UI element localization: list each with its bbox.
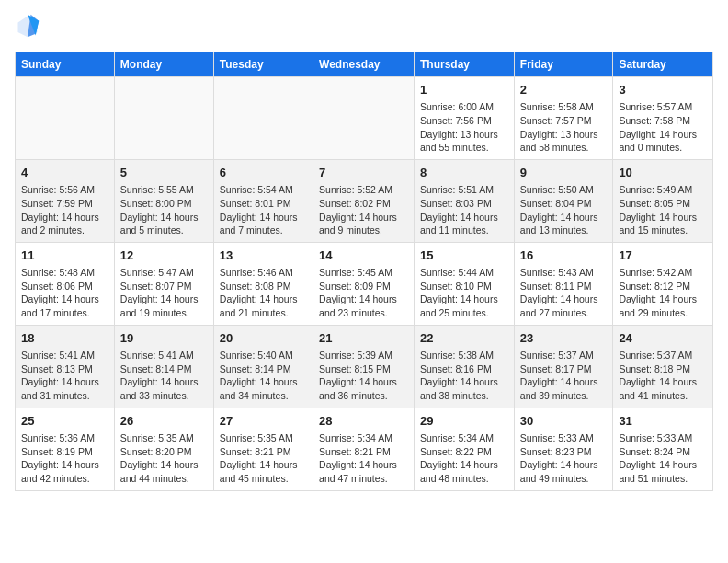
day-info-line: Sunrise: 5:55 AM: [120, 183, 208, 197]
day-info-line: Sunrise: 5:35 AM: [120, 431, 208, 445]
day-info-line: Sunset: 7:57 PM: [520, 114, 608, 128]
day-number: 30: [520, 413, 608, 430]
calendar-day-cell: 20Sunrise: 5:40 AMSunset: 8:14 PMDayligh…: [213, 325, 313, 408]
day-info-line: Sunset: 8:18 PM: [619, 362, 707, 376]
calendar-day-cell: 21Sunrise: 5:39 AMSunset: 8:15 PMDayligh…: [313, 325, 415, 408]
day-info-line: Sunset: 7:56 PM: [420, 114, 508, 128]
day-info-line: Daylight: 14 hours: [420, 211, 508, 224]
day-number: 28: [319, 413, 408, 430]
calendar-table: Sunday Monday Tuesday Wednesday Thursday…: [15, 52, 713, 491]
day-info-line: Sunset: 8:20 PM: [120, 445, 208, 459]
day-info-line: Daylight: 13 hours: [520, 128, 608, 142]
day-info-line: Sunset: 7:58 PM: [619, 114, 707, 128]
calendar-week-row: 1Sunrise: 6:00 AMSunset: 7:56 PMDaylight…: [16, 77, 713, 160]
calendar-day-cell: 24Sunrise: 5:37 AMSunset: 8:18 PMDayligh…: [613, 325, 713, 408]
day-info-line: Sunset: 8:00 PM: [120, 197, 208, 211]
day-info-line: Sunrise: 5:40 AM: [220, 349, 307, 362]
col-thursday: Thursday: [415, 52, 515, 77]
day-info-line: Sunrise: 5:46 AM: [220, 266, 307, 280]
day-info-line: Daylight: 14 hours: [21, 293, 108, 306]
day-info-line: Sunrise: 5:33 AM: [619, 431, 707, 445]
calendar-day-cell: 6Sunrise: 5:54 AMSunset: 8:01 PMDaylight…: [213, 159, 313, 242]
col-sunday: Sunday: [16, 52, 115, 77]
day-info-line: Sunset: 8:10 PM: [420, 280, 508, 293]
day-number: 25: [21, 413, 108, 430]
day-info-line: and 44 minutes.: [120, 472, 208, 486]
day-info-line: Sunrise: 5:52 AM: [319, 183, 408, 197]
col-tuesday: Tuesday: [213, 52, 313, 77]
day-info-line: Sunset: 8:13 PM: [21, 362, 108, 376]
day-number: 14: [319, 247, 408, 264]
calendar-day-cell: 5Sunrise: 5:55 AMSunset: 8:00 PMDaylight…: [114, 159, 213, 242]
day-info-line: Daylight: 14 hours: [120, 375, 208, 389]
day-info-line: and 29 minutes.: [619, 306, 707, 320]
calendar-day-cell: 8Sunrise: 5:51 AMSunset: 8:03 PMDaylight…: [415, 159, 515, 242]
day-info-line: Sunrise: 5:57 AM: [619, 100, 707, 114]
day-info-line: Sunset: 8:14 PM: [120, 362, 208, 376]
day-number: 20: [220, 330, 307, 347]
col-wednesday: Wednesday: [313, 52, 415, 77]
day-info-line: Sunrise: 5:58 AM: [520, 100, 608, 114]
calendar-day-cell: 7Sunrise: 5:52 AMSunset: 8:02 PMDaylight…: [313, 159, 415, 242]
calendar-day-cell: 19Sunrise: 5:41 AMSunset: 8:14 PMDayligh…: [114, 325, 213, 408]
day-number: 6: [220, 165, 307, 181]
day-info-line: Daylight: 14 hours: [220, 458, 307, 472]
calendar-day-cell: 3Sunrise: 5:57 AMSunset: 7:58 PMDaylight…: [613, 77, 713, 160]
day-info-line: Daylight: 14 hours: [619, 375, 707, 389]
day-info-line: Sunset: 8:14 PM: [220, 362, 307, 376]
day-info-line: and 47 minutes.: [319, 472, 408, 486]
day-number: 29: [420, 413, 508, 430]
day-info-line: Sunset: 8:17 PM: [520, 362, 608, 376]
day-info-line: Sunrise: 5:41 AM: [120, 349, 208, 362]
calendar-day-cell: 17Sunrise: 5:42 AMSunset: 8:12 PMDayligh…: [613, 242, 713, 325]
day-info-line: and 34 minutes.: [220, 389, 307, 403]
day-info-line: and 33 minutes.: [120, 389, 208, 403]
calendar-day-cell: 31Sunrise: 5:33 AMSunset: 8:24 PMDayligh…: [613, 408, 713, 490]
day-info-line: and 49 minutes.: [520, 472, 608, 486]
calendar-day-cell: [16, 77, 115, 160]
day-number: 31: [619, 413, 707, 430]
calendar-day-cell: 9Sunrise: 5:50 AMSunset: 8:04 PMDaylight…: [514, 159, 613, 242]
day-info-line: Daylight: 14 hours: [319, 293, 408, 306]
day-number: 23: [520, 330, 608, 347]
day-info-line: Daylight: 14 hours: [220, 375, 307, 389]
day-info-line: Sunrise: 5:34 AM: [420, 431, 508, 445]
day-info-line: Sunset: 8:22 PM: [420, 445, 508, 459]
calendar-day-cell: 30Sunrise: 5:33 AMSunset: 8:23 PMDayligh…: [514, 408, 613, 490]
day-info-line: Daylight: 14 hours: [619, 458, 707, 472]
day-number: 22: [420, 330, 508, 347]
day-info-line: Sunrise: 5:34 AM: [319, 431, 408, 445]
day-info-line: Daylight: 14 hours: [220, 293, 307, 306]
calendar-day-cell: 1Sunrise: 6:00 AMSunset: 7:56 PMDaylight…: [415, 77, 515, 160]
day-info-line: Daylight: 14 hours: [319, 211, 408, 224]
calendar-week-row: 25Sunrise: 5:36 AMSunset: 8:19 PMDayligh…: [16, 408, 713, 490]
day-info-line: Sunrise: 5:42 AM: [619, 266, 707, 280]
day-info-line: Sunrise: 5:54 AM: [220, 183, 307, 197]
day-info-line: Sunrise: 5:38 AM: [420, 349, 508, 362]
day-info-line: Daylight: 14 hours: [319, 458, 408, 472]
calendar-day-cell: 10Sunrise: 5:49 AMSunset: 8:05 PMDayligh…: [613, 159, 713, 242]
day-info-line: and 45 minutes.: [220, 472, 307, 486]
calendar-day-cell: 26Sunrise: 5:35 AMSunset: 8:20 PMDayligh…: [114, 408, 213, 490]
calendar-day-cell: 11Sunrise: 5:48 AMSunset: 8:06 PMDayligh…: [16, 242, 115, 325]
day-info-line: Daylight: 14 hours: [420, 375, 508, 389]
day-info-line: Daylight: 14 hours: [21, 211, 108, 224]
calendar-day-cell: 18Sunrise: 5:41 AMSunset: 8:13 PMDayligh…: [16, 325, 115, 408]
day-number: 27: [220, 413, 307, 430]
calendar-day-cell: 12Sunrise: 5:47 AMSunset: 8:07 PMDayligh…: [114, 242, 213, 325]
day-number: 3: [619, 82, 707, 98]
day-info-line: and 0 minutes.: [619, 141, 707, 155]
day-info-line: Daylight: 14 hours: [220, 211, 307, 224]
day-number: 24: [619, 330, 707, 347]
day-info-line: Sunset: 8:24 PM: [619, 445, 707, 459]
day-info-line: and 2 minutes.: [21, 224, 108, 237]
day-number: 19: [120, 330, 208, 347]
day-info-line: Sunrise: 5:49 AM: [619, 183, 707, 197]
day-info-line: and 7 minutes.: [220, 224, 307, 237]
day-info-line: and 48 minutes.: [420, 472, 508, 486]
calendar-day-cell: 16Sunrise: 5:43 AMSunset: 8:11 PMDayligh…: [514, 242, 613, 325]
day-info-line: and 17 minutes.: [21, 306, 108, 320]
day-info-line: Sunrise: 6:00 AM: [420, 100, 508, 114]
day-info-line: Sunrise: 5:43 AM: [520, 266, 608, 280]
calendar-week-row: 4Sunrise: 5:56 AMSunset: 7:59 PMDaylight…: [16, 159, 713, 242]
